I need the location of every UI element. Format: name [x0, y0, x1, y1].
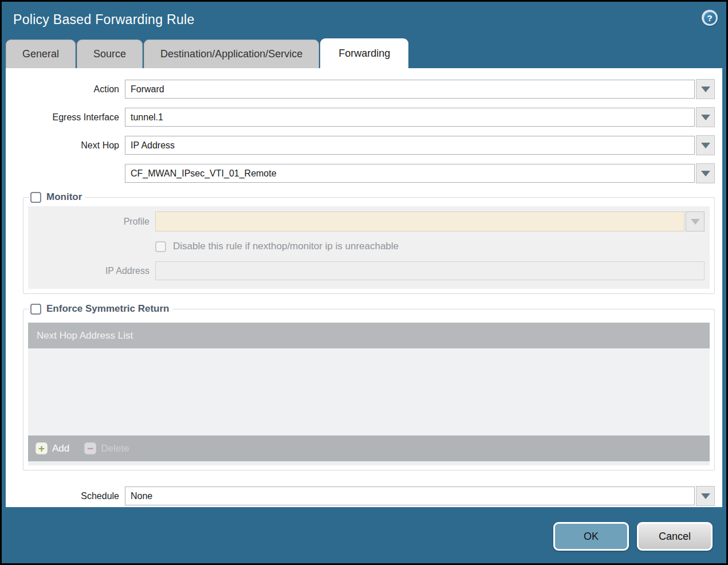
- schedule-label: Schedule: [6, 491, 125, 501]
- next-hop-type-input[interactable]: IP Address: [125, 136, 695, 155]
- disable-rule-row: Disable this rule if nexthop/monitor ip …: [155, 241, 705, 252]
- monitor-ip-address-input: [155, 261, 705, 280]
- schedule-row: Schedule None: [6, 486, 715, 506]
- monitor-legend-label: Monitor: [46, 191, 82, 203]
- disable-rule-label: Disable this rule if nexthop/monitor ip …: [173, 241, 399, 252]
- delete-button-label: Delete: [101, 443, 129, 454]
- table-body-empty[interactable]: [28, 348, 710, 435]
- chevron-down-icon: [701, 143, 710, 148]
- action-row: Action Forward: [6, 79, 715, 99]
- ok-button[interactable]: OK: [553, 522, 629, 551]
- egress-interface-label: Egress Interface: [6, 112, 125, 123]
- enforce-symmetric-return-legend-label: Enforce Symmetric Return: [46, 303, 169, 315]
- action-input[interactable]: Forward: [125, 80, 695, 99]
- tab-source[interactable]: Source: [77, 40, 143, 68]
- dialog-policy-based-forwarding-rule: Policy Based Forwarding Rule ? General S…: [2, 2, 726, 563]
- action-dropdown-button[interactable]: [696, 79, 715, 99]
- schedule-input[interactable]: None: [125, 486, 695, 505]
- delete-button: − Delete: [84, 442, 129, 454]
- dialog-title: Policy Based Forwarding Rule: [13, 12, 195, 28]
- minus-icon: −: [84, 442, 96, 454]
- egress-interface-row: Egress Interface tunnel.1: [6, 107, 715, 127]
- help-icon: ?: [704, 12, 716, 24]
- dialog-footer: OK Cancel: [2, 507, 726, 563]
- chevron-down-icon: [701, 115, 710, 120]
- profile-label: Profile: [28, 217, 155, 227]
- tab-bar: General Source Destination/Application/S…: [2, 38, 726, 68]
- help-button[interactable]: ?: [702, 10, 718, 26]
- next-hop-label: Next Hop: [6, 140, 125, 151]
- table-bottom-strip: [28, 461, 710, 465]
- disable-rule-checkbox: [155, 241, 166, 252]
- add-button-label: Add: [52, 443, 69, 454]
- monitor-ip-address-label: IP Address: [28, 266, 155, 276]
- tab-destination-application-service[interactable]: Destination/Application/Service: [144, 40, 319, 68]
- chevron-down-icon: [691, 219, 700, 225]
- monitor-checkbox[interactable]: [30, 192, 41, 203]
- table-column-header: Next Hop Address List: [28, 323, 710, 348]
- add-button[interactable]: + Add: [36, 442, 69, 454]
- tab-forwarding[interactable]: Forwarding: [320, 38, 408, 68]
- cancel-button[interactable]: Cancel: [637, 522, 713, 551]
- next-hop-address-input[interactable]: CF_MWAN_IPsec_VTI_01_Remote: [125, 164, 695, 183]
- action-label: Action: [6, 84, 125, 95]
- next-hop-address-dropdown-button[interactable]: [696, 163, 715, 183]
- table-toolbar: + Add − Delete: [28, 435, 710, 461]
- profile-dropdown-button: [686, 211, 705, 232]
- egress-interface-dropdown-button[interactable]: [696, 107, 715, 127]
- next-hop-address-row: CF_MWAN_IPsec_VTI_01_Remote: [6, 163, 715, 183]
- next-hop-row: Next Hop IP Address: [6, 135, 715, 155]
- enforce-symmetric-return-legend: Enforce Symmetric Return: [29, 303, 172, 315]
- monitor-legend: Monitor: [29, 191, 85, 203]
- tab-general[interactable]: General: [6, 40, 76, 68]
- schedule-dropdown-button[interactable]: [696, 486, 715, 506]
- enforce-symmetric-return-group: Enforce Symmetric Return Next Hop Addres…: [23, 303, 715, 470]
- chevron-down-icon: [701, 493, 710, 499]
- next-hop-address-list-table: Next Hop Address List + Add − Delete: [28, 323, 710, 465]
- egress-interface-input[interactable]: tunnel.1: [125, 108, 695, 127]
- profile-row: Profile: [28, 211, 705, 232]
- monitor-ip-address-row: IP Address: [28, 261, 705, 280]
- chevron-down-icon: [701, 171, 710, 176]
- enforce-symmetric-return-checkbox[interactable]: [30, 304, 41, 315]
- monitor-group: Monitor Profile Disable this rule if nex…: [23, 191, 715, 294]
- monitor-panel: Profile Disable this rule if nexthop/mon…: [28, 206, 710, 289]
- profile-input: [155, 211, 684, 232]
- plus-icon: +: [36, 442, 48, 454]
- tab-content-forwarding: Action Forward Egress Interface tunnel.1…: [6, 68, 722, 507]
- titlebar: Policy Based Forwarding Rule ?: [2, 2, 726, 29]
- screenshot-root: Policy Based Forwarding Rule ? General S…: [0, 0, 728, 565]
- chevron-down-icon: [701, 87, 710, 92]
- next-hop-dropdown-button[interactable]: [696, 135, 715, 155]
